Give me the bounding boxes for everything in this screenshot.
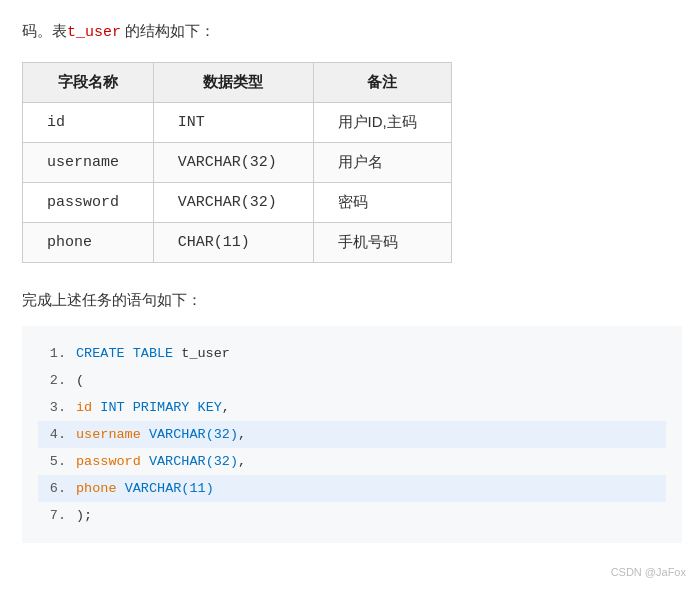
line-number: 1.	[38, 340, 66, 367]
code-line: 6. phone VARCHAR(11)	[38, 475, 666, 502]
col-header-field: 字段名称	[23, 62, 154, 102]
line-number: 5.	[38, 448, 66, 475]
cell-field: password	[23, 182, 154, 222]
header-row: 字段名称 数据类型 备注	[23, 62, 452, 102]
db-structure-table: 字段名称 数据类型 备注 idINT用户ID,主码usernameVARCHAR…	[22, 62, 452, 263]
code-line: 3. id INT PRIMARY KEY,	[38, 394, 666, 421]
column-token: phone	[76, 481, 117, 496]
plain-token: );	[76, 508, 92, 523]
cell-field: username	[23, 142, 154, 182]
code-line: 1.CREATE TABLE t_user	[38, 340, 666, 367]
keyword-token: VARCHAR(32)	[149, 427, 238, 442]
plain-token: (	[76, 373, 84, 388]
table-header: 字段名称 数据类型 备注	[23, 62, 452, 102]
keyword-token: CREATE TABLE	[76, 346, 173, 361]
keyword-token: INT	[100, 400, 124, 415]
line-number: 7.	[38, 502, 66, 529]
intro-prefix: 码。表	[22, 22, 67, 39]
line-content: CREATE TABLE t_user	[76, 340, 230, 367]
intro-table-code: t_user	[67, 24, 121, 41]
cell-comment: 手机号码	[313, 222, 451, 262]
plain-token	[141, 454, 149, 469]
keyword-token: PRIMARY KEY	[133, 400, 222, 415]
line-content: username VARCHAR(32),	[76, 421, 246, 448]
line-number: 4.	[38, 421, 66, 448]
cell-comment: 密码	[313, 182, 451, 222]
code-block: 1.CREATE TABLE t_user2.(3. id INT PRIMAR…	[22, 326, 682, 543]
code-line: 2.(	[38, 367, 666, 394]
table-row: usernameVARCHAR(32)用户名	[23, 142, 452, 182]
line-number: 3.	[38, 394, 66, 421]
plain-token	[141, 427, 149, 442]
line-content: (	[76, 367, 84, 394]
keyword-token: VARCHAR(32)	[149, 454, 238, 469]
cell-type: CHAR(11)	[153, 222, 313, 262]
cell-field: phone	[23, 222, 154, 262]
table-row: idINT用户ID,主码	[23, 102, 452, 142]
table-body: idINT用户ID,主码usernameVARCHAR(32)用户名passwo…	[23, 102, 452, 262]
cell-type: INT	[153, 102, 313, 142]
plain-token: ,	[238, 454, 246, 469]
cell-type: VARCHAR(32)	[153, 182, 313, 222]
column-token: password	[76, 454, 141, 469]
intro-text: 码。表t_user 的结构如下：	[22, 18, 678, 46]
intro-suffix: 的结构如下：	[125, 22, 215, 39]
line-number: 2.	[38, 367, 66, 394]
conclusion-text: 完成上述任务的语句如下：	[22, 287, 678, 313]
table-row: passwordVARCHAR(32)密码	[23, 182, 452, 222]
col-header-type: 数据类型	[153, 62, 313, 102]
cell-comment: 用户ID,主码	[313, 102, 451, 142]
column-token: id	[76, 400, 92, 415]
plain-token: ,	[238, 427, 246, 442]
column-token: username	[76, 427, 141, 442]
plain-token	[117, 481, 125, 496]
keyword-token: VARCHAR(11)	[125, 481, 214, 496]
cell-type: VARCHAR(32)	[153, 142, 313, 182]
code-line: 7.);	[38, 502, 666, 529]
table-name-token: t_user	[173, 346, 230, 361]
plain-token	[125, 400, 133, 415]
table-row: phoneCHAR(11)手机号码	[23, 222, 452, 262]
cell-field: id	[23, 102, 154, 142]
plain-token: ,	[222, 400, 230, 415]
line-content: phone VARCHAR(11)	[76, 475, 214, 502]
code-line: 5. password VARCHAR(32),	[38, 448, 666, 475]
cell-comment: 用户名	[313, 142, 451, 182]
line-number: 6.	[38, 475, 66, 502]
line-content: id INT PRIMARY KEY,	[76, 394, 230, 421]
line-content: password VARCHAR(32),	[76, 448, 246, 475]
col-header-comment: 备注	[313, 62, 451, 102]
watermark: CSDN @JaFox	[611, 566, 686, 578]
line-content: );	[76, 502, 92, 529]
code-line: 4. username VARCHAR(32),	[38, 421, 666, 448]
